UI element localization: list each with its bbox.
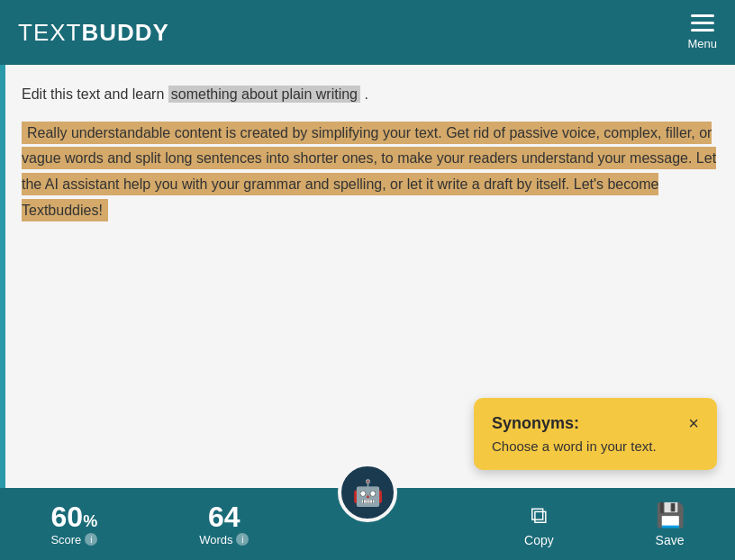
- synonyms-body: Choose a word in your text.: [492, 438, 699, 454]
- score-label: Score i: [50, 533, 97, 546]
- editor-paragraph: Really understandable content is created…: [22, 121, 717, 224]
- copy-button[interactable]: ⧉ Copy: [524, 501, 554, 547]
- editor-text: Edit this text and learn something about…: [22, 83, 717, 224]
- score-info-icon[interactable]: i: [85, 533, 97, 546]
- score-stat: 60% Score i: [50, 502, 97, 546]
- save-icon: 💾: [656, 501, 685, 529]
- line1-before: Edit this text and learn: [22, 86, 168, 102]
- words-value: 64: [208, 502, 240, 531]
- menu-label: Menu: [687, 37, 717, 50]
- logo-text-part: TEXT: [18, 19, 81, 46]
- logo-buddy-part: BUDDY: [81, 19, 168, 46]
- app-logo: TEXTBUDDY: [18, 19, 169, 47]
- words-info-icon[interactable]: i: [236, 533, 249, 546]
- hamburger-icon: [691, 14, 714, 32]
- words-stat: 64 Words i: [199, 502, 249, 546]
- save-label: Save: [656, 533, 685, 547]
- save-button[interactable]: 💾 Save: [656, 501, 685, 547]
- menu-button[interactable]: Menu: [687, 14, 717, 50]
- words-label: Words i: [199, 533, 249, 546]
- synonyms-close-button[interactable]: ×: [688, 414, 699, 432]
- robot-icon: 🤖: [352, 478, 384, 508]
- robot-button[interactable]: 🤖: [338, 463, 397, 522]
- synonyms-popup: Synonyms: × Choose a word in your text.: [474, 398, 717, 470]
- line1-highlight: something about plain writing: [168, 86, 360, 103]
- synonyms-header: Synonyms: ×: [492, 414, 699, 433]
- line1-after: .: [360, 86, 368, 102]
- copy-label: Copy: [524, 533, 554, 547]
- main-content: Edit this text and learn something about…: [0, 65, 735, 488]
- app-header: TEXTBUDDY Menu: [0, 0, 735, 65]
- score-value: 60%: [51, 502, 98, 531]
- synonyms-title: Synonyms:: [492, 414, 579, 433]
- copy-icon: ⧉: [531, 501, 548, 529]
- editor-line-1: Edit this text and learn something about…: [22, 83, 717, 106]
- editor-paragraph-text: Really understandable content is created…: [22, 122, 716, 221]
- bottom-bar: 60% Score i 64 Words i 🤖 ⧉ Copy 💾 Save: [0, 488, 735, 560]
